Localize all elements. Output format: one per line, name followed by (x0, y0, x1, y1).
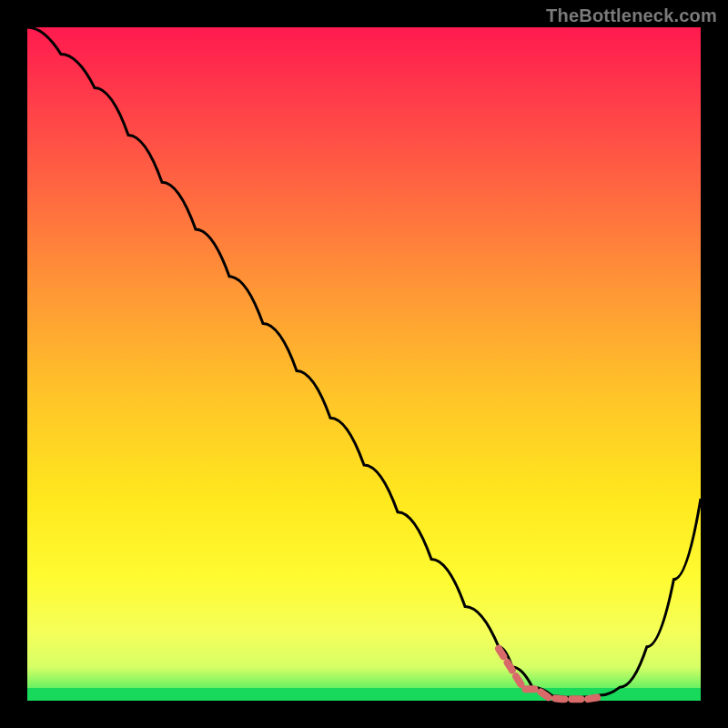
plot-area (27, 27, 701, 701)
bottleneck-curve (27, 27, 701, 697)
watermark-text: TheBottleneck.com (546, 5, 717, 26)
optimal-marker (499, 649, 600, 700)
chart-frame: TheBottleneck.com (0, 0, 728, 728)
chart-svg (27, 27, 701, 701)
